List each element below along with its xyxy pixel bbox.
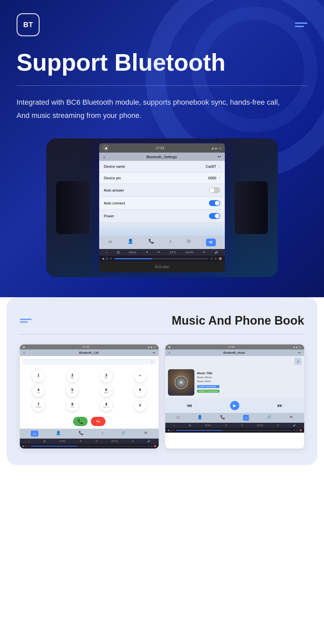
- power-label: Power: [104, 214, 114, 218]
- screen-nav-bar: ⌂ Bluetooth_Settings ↩: [99, 153, 225, 161]
- music-tab-music-active[interactable]: ♪: [243, 415, 249, 421]
- sys-vol[interactable]: 🔊: [215, 251, 218, 254]
- music-nav-title: Bluetooth_Music: [223, 351, 245, 354]
- music-status-back[interactable]: ◀: [168, 345, 170, 348]
- music-nav-home[interactable]: ⌂: [169, 351, 170, 354]
- sys-recycle[interactable]: ⟳: [158, 251, 160, 254]
- call-answer-button[interactable]: 📞: [73, 417, 88, 426]
- dial-3[interactable]: 3DEF: [100, 370, 112, 382]
- call-redial-button[interactable]: Re: [91, 417, 105, 426]
- slider-icon-left: ↵: [110, 257, 112, 260]
- tab-link[interactable]: ⊙: [187, 238, 191, 246]
- device-pin-row[interactable]: Device pin 0000 ›: [99, 172, 225, 184]
- auto-answer-label: Auto answer: [104, 188, 124, 192]
- screen-back-button[interactable]: ◀: [102, 145, 109, 151]
- screen-signal: ▲▲ ▭: [211, 146, 222, 150]
- tab-menu[interactable]: ⚏: [108, 238, 112, 246]
- next-button[interactable]: ⏭: [277, 403, 283, 409]
- volume-slider[interactable]: [114, 258, 208, 259]
- music-title: Music Title: [197, 372, 220, 375]
- tab-contacts[interactable]: 👤: [128, 238, 133, 246]
- music-artist: Music Artist: [197, 380, 220, 383]
- call-tab-contacts[interactable]: 👤: [56, 431, 61, 437]
- call-tab-settings[interactable]: 👁: [144, 431, 148, 437]
- music-nav-bar: ⌂ Bluetooth_Music ↩: [165, 349, 304, 356]
- dial-9[interactable]: 9WXYZ: [100, 399, 112, 411]
- dial-hash[interactable]: #: [134, 399, 146, 411]
- call-search-clear[interactable]: ✕: [151, 360, 153, 363]
- prev-button[interactable]: ⏮: [187, 403, 192, 409]
- screen-status-bar: ◀ 17:53 ▲▲ ▭: [99, 143, 225, 153]
- slider-vol-icon[interactable]: 🔇: [219, 257, 222, 260]
- music-tab-settings[interactable]: 👁: [289, 415, 293, 421]
- call-status-back[interactable]: ◀: [22, 345, 24, 348]
- screen-system-bar: ⌂ ⏻ DUAL ❄ ⟳ 24°C AUTO ↺ 🔊: [99, 249, 225, 256]
- music-tab-link[interactable]: 🔗: [266, 415, 271, 421]
- call-nav-home[interactable]: ⌂: [23, 351, 25, 354]
- call-volume-slider[interactable]: [31, 446, 146, 447]
- power-toggle[interactable]: [209, 213, 220, 219]
- tab-music[interactable]: ♪: [169, 238, 172, 246]
- screen-home-icon[interactable]: ⌂: [103, 155, 105, 159]
- music-tab-contacts[interactable]: 👤: [197, 415, 202, 421]
- play-button[interactable]: ▶: [230, 401, 239, 410]
- slider-zero-right: 0: [215, 257, 217, 260]
- sys-home[interactable]: ⌂: [106, 251, 107, 254]
- brand-name: Seicane: [99, 262, 225, 272]
- chevron-icon: ›: [219, 164, 220, 169]
- sys-mode[interactable]: ↺: [203, 251, 205, 254]
- music-info: Music Title Music Album Music Artist A2D…: [197, 369, 220, 396]
- dial-1[interactable]: 1—: [32, 370, 45, 382]
- dial-2[interactable]: 2ABC: [66, 370, 79, 382]
- bt-logo: BT: [17, 13, 40, 36]
- hero-description: Integrated with BC6 Bluetooth module, su…: [17, 96, 307, 122]
- section2-menu-icon[interactable]: [20, 319, 32, 323]
- car-vent-left: [56, 181, 89, 234]
- call-screen: ◀ 17:53 ▲▲ ▭ ⌂ Bluetooth_Call ↩ ✕ 1— 2AB…: [20, 344, 159, 448]
- sys-fan[interactable]: ❄: [146, 251, 148, 254]
- hero-divider: [17, 86, 307, 86]
- auto-connect-label: Auto connect: [104, 201, 125, 205]
- call-tab-link[interactable]: 🔗: [121, 431, 126, 437]
- music-tab-menu[interactable]: ⚏: [176, 415, 180, 421]
- dial-8[interactable]: 8TUV: [66, 399, 79, 411]
- dual-screens-row: ◀ 17:53 ▲▲ ▭ ⌂ Bluetooth_Call ↩ ✕ 1— 2AB…: [20, 344, 304, 448]
- dial-5[interactable]: 5JKL: [66, 384, 79, 397]
- auto-connect-toggle[interactable]: [209, 200, 220, 206]
- tab-settings-active[interactable]: 👁: [206, 238, 216, 246]
- chevron-icon-2: ›: [219, 176, 220, 180]
- dial-7[interactable]: 7PQRS: [32, 399, 45, 411]
- tab-phone[interactable]: 📞: [148, 238, 154, 246]
- auto-connect-row[interactable]: Auto connect: [99, 197, 225, 210]
- album-art: [168, 369, 194, 396]
- sys-auto: AUTO: [185, 251, 194, 254]
- auto-answer-row[interactable]: Auto answer: [99, 184, 225, 197]
- dial-4[interactable]: 4GHI: [32, 384, 45, 397]
- screen-back-icon[interactable]: ↩: [218, 155, 221, 159]
- music-nav-back[interactable]: ↩: [298, 351, 301, 354]
- music-volume-slider[interactable]: [176, 430, 292, 431]
- call-tab-music[interactable]: ♪: [101, 431, 103, 437]
- screen-nav-title: Bluetooth_Settings: [146, 155, 177, 159]
- call-tab-menu-active[interactable]: ⚏: [31, 431, 38, 437]
- slider-back-icon[interactable]: ◀: [102, 257, 104, 260]
- dial-0[interactable]: 0+: [134, 384, 146, 397]
- dial-6[interactable]: 6MNO: [100, 384, 112, 397]
- section2-header: Music And Phone Book: [20, 314, 304, 328]
- bluetooth-settings-screen: ◀ 17:53 ▲▲ ▭ ⌂ Bluetooth_Settings ↩ Devi…: [99, 143, 225, 272]
- music-note-icon: ♪: [294, 358, 302, 365]
- hero-title: Support Bluetooth: [17, 50, 307, 76]
- menu-icon[interactable]: [295, 22, 307, 27]
- dial-star[interactable]: *: [134, 370, 146, 382]
- call-search-bar[interactable]: ✕: [22, 359, 156, 365]
- device-name-row[interactable]: Device name CarBT ›: [99, 161, 225, 172]
- auto-answer-toggle[interactable]: [209, 187, 220, 193]
- power-row[interactable]: Power: [99, 210, 225, 223]
- music-status-time: 17:53: [228, 345, 235, 348]
- device-pin-value: 0000: [208, 176, 216, 180]
- sys-power[interactable]: ⏻: [117, 251, 120, 254]
- music-tab-phone[interactable]: 📞: [220, 415, 225, 421]
- call-nav-back[interactable]: ↩: [153, 351, 155, 354]
- call-tab-phone[interactable]: 📞: [79, 431, 84, 437]
- avrcp-badge: AVRCP connected: [197, 390, 220, 393]
